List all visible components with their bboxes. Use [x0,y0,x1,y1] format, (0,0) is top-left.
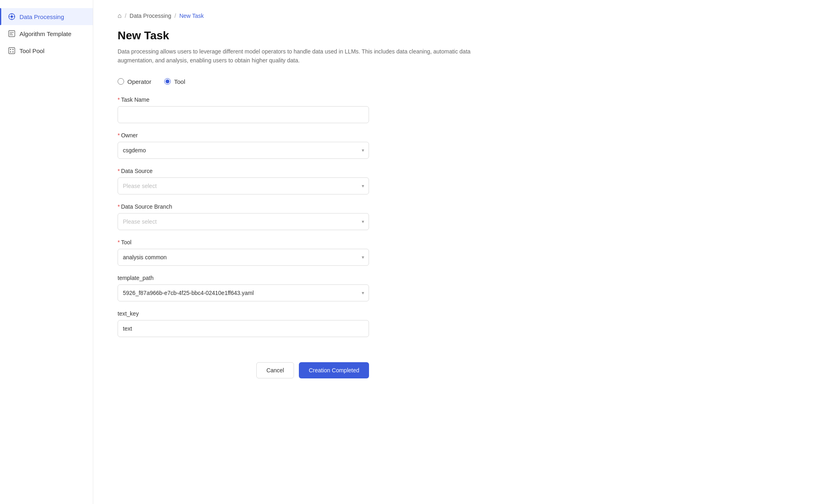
tool-radio[interactable] [164,78,171,85]
tool-field-label: Tool [121,239,131,246]
home-icon[interactable]: ⌂ [118,12,122,19]
text-key-field: text_key [118,310,369,337]
template-path-label: template_path [118,275,154,281]
template-path-field: template_path 5926_f87a966b-e7cb-4f25-bb… [118,275,369,301]
data-source-branch-select[interactable]: Please select [118,213,369,230]
sidebar-item-label: Algorithm Template [19,30,71,37]
main-content: ⌂ / Data Processing / New Task New Task … [93,0,824,504]
tool-select[interactable]: analysis common [118,249,369,266]
template-path-select-wrapper: 5926_f87a966b-e7cb-4f25-bbc4-02410e1ff64… [118,284,369,301]
svg-point-1 [11,15,13,18]
operator-radio[interactable] [118,78,124,85]
sidebar: Data Processing Algorithm Template Tool … [0,0,93,504]
sidebar-item-data-processing[interactable]: Data Processing [0,8,93,25]
svg-point-14 [13,51,14,53]
data-source-label: Data Source [121,168,152,174]
data-source-field: * Data Source Please select ▾ [118,168,369,194]
svg-point-13 [10,51,11,53]
sidebar-item-algorithm-template[interactable]: Algorithm Template [0,25,93,42]
sidebar-item-label: Data Processing [19,13,64,20]
cancel-button[interactable]: Cancel [256,362,294,378]
breadcrumb-parent[interactable]: Data Processing [130,13,172,19]
operator-label: Operator [127,78,151,85]
tool-label: Tool [174,78,185,85]
page-description: Data processing allows users to leverage… [118,47,483,65]
svg-point-12 [13,49,14,50]
algorithm-template-icon [8,30,15,37]
breadcrumb-current: New Task [179,13,204,19]
tool-field: * Tool analysis common ▾ [118,239,369,266]
data-source-branch-select-wrapper: Please select ▾ [118,213,369,230]
new-task-form: Operator Tool * Task Name * Owner csg [118,78,369,387]
svg-rect-10 [9,48,15,54]
owner-select[interactable]: csgdemo [118,142,369,159]
svg-point-11 [10,49,11,50]
owner-select-wrapper: csgdemo ▾ [118,142,369,159]
task-name-label: Task Name [121,96,149,103]
task-name-input[interactable] [118,106,369,123]
text-key-label: text_key [118,310,139,317]
breadcrumb: ⌂ / Data Processing / New Task [118,12,800,19]
data-processing-icon [8,13,15,20]
sidebar-item-tool-pool[interactable]: Tool Pool [0,42,93,59]
type-radio-group: Operator Tool [118,78,369,85]
data-source-select-wrapper: Please select ▾ [118,177,369,194]
tool-select-wrapper: analysis common ▾ [118,249,369,266]
creation-completed-button[interactable]: Creation Completed [299,362,369,378]
data-source-branch-label: Data Source Branch [121,203,172,210]
owner-field: * Owner csgdemo ▾ [118,132,369,159]
owner-label: Owner [121,132,137,139]
sidebar-item-label: Tool Pool [19,47,45,54]
task-name-field: * Task Name [118,96,369,123]
footer-buttons: Cancel Creation Completed [118,346,369,387]
data-source-select[interactable]: Please select [118,177,369,194]
tool-pool-icon [8,47,15,54]
page-title: New Task [118,29,800,42]
text-key-input[interactable] [118,320,369,337]
template-path-select[interactable]: 5926_f87a966b-e7cb-4f25-bbc4-02410e1ff64… [118,284,369,301]
data-source-branch-field: * Data Source Branch Please select ▾ [118,203,369,230]
tool-radio-label[interactable]: Tool [164,78,185,85]
operator-radio-label[interactable]: Operator [118,78,151,85]
